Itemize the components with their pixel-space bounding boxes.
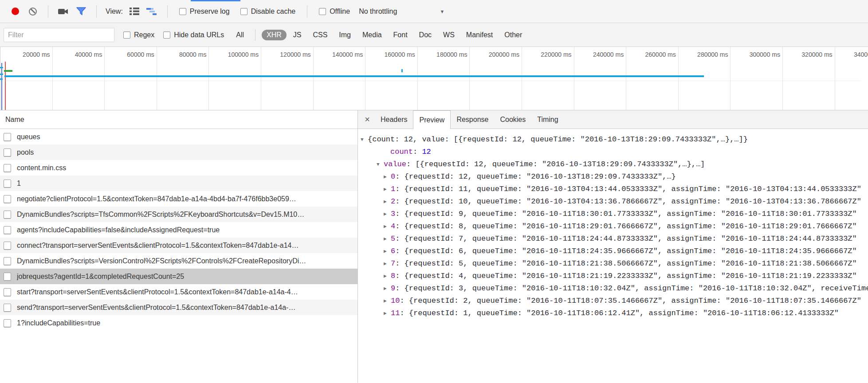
- view-waterfall-button[interactable]: [145, 5, 159, 18]
- triangle-right-icon[interactable]: ▶: [384, 233, 391, 245]
- close-icon[interactable]: ×: [360, 110, 375, 129]
- filter-type-pill[interactable]: Doc: [414, 30, 436, 40]
- request-checkbox[interactable]: [4, 288, 11, 296]
- filter-type-pill[interactable]: All: [231, 30, 249, 40]
- request-checkbox[interactable]: [4, 273, 11, 281]
- table-row[interactable]: agents?includeCapabilities=false&include…: [0, 222, 357, 238]
- request-checkbox[interactable]: [4, 211, 11, 219]
- triangle-right-icon[interactable]: ▶: [384, 282, 391, 295]
- table-row[interactable]: start?transport=serverSentEvents&clientP…: [0, 284, 357, 300]
- tree-row-item[interactable]: ▶5: {requestId: 7, queueTime: "2016-10-1…: [358, 233, 868, 245]
- tree-row-item[interactable]: ▶1: {requestId: 11, queueTime: "2016-10-…: [358, 183, 868, 195]
- offline-toggle[interactable]: Offline: [319, 8, 350, 16]
- filter-type-pill[interactable]: Img: [334, 30, 356, 40]
- filter-type-pill[interactable]: WS: [438, 30, 460, 40]
- request-checkbox[interactable]: [4, 242, 11, 250]
- filter-type-pill[interactable]: Manifest: [461, 30, 498, 40]
- table-row[interactable]: DynamicBundles?scripts=TfsCommon%2FScrip…: [0, 207, 357, 222]
- table-row[interactable]: DynamicBundles?scripts=VersionControl%2F…: [0, 253, 357, 269]
- request-checkbox[interactable]: [4, 164, 11, 172]
- tree-row-item[interactable]: ▶2: {requestId: 10, queueTime: "2016-10-…: [358, 195, 868, 208]
- triangle-down-icon[interactable]: ▼: [377, 158, 384, 171]
- tree-row-item[interactable]: ▶3: {requestId: 9, queueTime: "2016-10-1…: [358, 208, 868, 220]
- request-checkbox[interactable]: [4, 257, 11, 265]
- array-index: 3: [391, 210, 395, 218]
- detail-tab[interactable]: Timing: [531, 110, 564, 129]
- table-row[interactable]: jobrequests?agentId=1&completedRequestCo…: [0, 269, 357, 284]
- detail-tab[interactable]: Preview: [413, 110, 451, 129]
- request-checkbox[interactable]: [4, 180, 11, 188]
- regex-checkbox[interactable]: [123, 31, 130, 39]
- filter-type-pill[interactable]: XHR: [262, 30, 287, 40]
- disable-cache-toggle[interactable]: Disable cache: [240, 8, 296, 16]
- table-row[interactable]: 1?includeCapabilities=true: [0, 315, 357, 331]
- triangle-right-icon[interactable]: ▶: [384, 258, 391, 270]
- root-preview: {count: 12, value: [{requestId: 12, queu…: [368, 135, 748, 144]
- preserve-log-checkbox[interactable]: [179, 8, 186, 15]
- request-checkbox[interactable]: [4, 149, 11, 156]
- triangle-right-icon[interactable]: ▶: [384, 245, 391, 258]
- triangle-right-icon[interactable]: ▶: [384, 270, 391, 282]
- tree-row-item[interactable]: ▶0: {requestId: 12, queueTime: "2016-10-…: [358, 171, 868, 183]
- triangle-down-icon[interactable]: ▼: [361, 133, 368, 146]
- table-row[interactable]: negotiate?clientProtocol=1.5&contextToke…: [0, 191, 357, 207]
- request-name: agents?includeCapabilities=false&include…: [17, 226, 357, 234]
- name-column-header[interactable]: Name: [0, 110, 357, 129]
- triangle-right-icon[interactable]: ▶: [384, 171, 391, 183]
- triangle-right-icon[interactable]: ▶: [384, 295, 391, 307]
- detail-tab[interactable]: Cookies: [494, 110, 531, 129]
- request-checkbox[interactable]: [4, 195, 11, 203]
- tree-row-item[interactable]: ▶9: {requestId: 3, queueTime: "2016-10-1…: [358, 282, 868, 295]
- table-row[interactable]: content.min.css: [0, 160, 357, 176]
- filter-type-pill[interactable]: CSS: [308, 30, 332, 40]
- tree-row-item[interactable]: ▶11: {requestId: 1, queueTime: "2016-10-…: [358, 307, 868, 320]
- tree-row-root[interactable]: ▼{count: 12, value: [{requestId: 12, que…: [358, 133, 868, 146]
- throttling-dropdown[interactable]: No throttling ▼: [359, 8, 444, 16]
- filter-type-pill[interactable]: JS: [288, 30, 306, 40]
- tree-row-item[interactable]: ▶10: {requestId: 2, queueTime: "2016-10-…: [358, 295, 868, 307]
- table-row[interactable]: pools: [0, 145, 357, 160]
- offline-checkbox[interactable]: [319, 8, 326, 15]
- table-row[interactable]: send?transport=serverSentEvents&clientPr…: [0, 300, 357, 315]
- detail-tab[interactable]: Headers: [375, 110, 413, 129]
- tree-row-item[interactable]: ▶8: {requestId: 4, queueTime: "2016-10-1…: [358, 270, 868, 282]
- triangle-right-icon[interactable]: ▶: [384, 195, 391, 208]
- item-preview: : {requestId: 5, queueTime: "2016-10-11T…: [395, 259, 857, 268]
- filter-toggle-button[interactable]: [75, 5, 88, 18]
- triangle-right-icon[interactable]: ▶: [384, 307, 391, 320]
- request-name: connect?transport=serverSentEvents&clien…: [17, 242, 357, 250]
- request-checkbox[interactable]: [4, 319, 11, 327]
- filter-type-pill[interactable]: Media: [357, 30, 387, 40]
- tree-row-item[interactable]: ▶7: {requestId: 5, queueTime: "2016-10-1…: [358, 258, 868, 270]
- tree-row-value[interactable]: ▼value: [{requestId: 12, queueTime: "201…: [358, 158, 868, 171]
- table-row[interactable]: queues: [0, 129, 357, 145]
- disable-cache-checkbox[interactable]: [240, 8, 247, 15]
- detail-tab[interactable]: Response: [451, 110, 494, 129]
- screenshot-capture-button[interactable]: [57, 5, 70, 18]
- list-view-icon: [130, 8, 139, 15]
- hide-data-urls-toggle[interactable]: Hide data URLs: [163, 31, 224, 39]
- preserve-log-toggle[interactable]: Preserve log: [179, 8, 230, 16]
- triangle-right-icon[interactable]: ▶: [384, 183, 391, 195]
- tree-row-count[interactable]: count: 12: [358, 146, 868, 158]
- regex-toggle[interactable]: Regex: [123, 31, 154, 39]
- view-list-button[interactable]: [128, 5, 141, 18]
- filter-bar: Regex Hide data URLs All XHRJSCSSImgMedi…: [0, 23, 868, 47]
- timeline-overview[interactable]: 20000 ms 40000 ms 60000 ms 80000 ms 1000…: [0, 47, 868, 110]
- request-checkbox[interactable]: [4, 133, 11, 141]
- filter-type-pill[interactable]: Font: [389, 30, 412, 40]
- record-button[interactable]: [8, 5, 22, 18]
- triangle-right-icon[interactable]: ▶: [384, 208, 391, 220]
- clear-button[interactable]: [26, 5, 39, 18]
- filter-type-pill[interactable]: Other: [499, 30, 527, 40]
- tree-row-item[interactable]: ▶4: {requestId: 8, queueTime: "2016-10-1…: [358, 220, 868, 233]
- filter-input[interactable]: [4, 28, 114, 42]
- timeline-tick-label: 20000 ms: [23, 51, 50, 58]
- triangle-right-icon[interactable]: ▶: [384, 220, 391, 233]
- request-checkbox[interactable]: [4, 304, 11, 312]
- table-row[interactable]: connect?transport=serverSentEvents&clien…: [0, 238, 357, 253]
- tree-row-item[interactable]: ▶6: {requestId: 6, queueTime: "2016-10-1…: [358, 245, 868, 258]
- request-checkbox[interactable]: [4, 226, 11, 234]
- table-row[interactable]: 1: [0, 176, 357, 191]
- hide-data-urls-checkbox[interactable]: [163, 31, 170, 39]
